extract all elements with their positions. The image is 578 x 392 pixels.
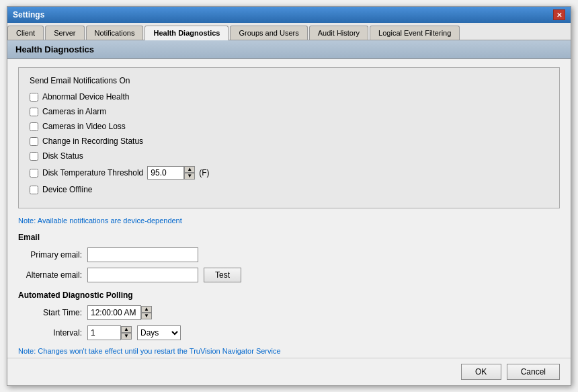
label-abnormal: Abnormal Device Health: [42, 92, 129, 102]
interval-up-btn[interactable]: ▲: [121, 326, 132, 333]
email-section: Email Primary email: Alternate email: Te…: [18, 233, 560, 282]
title-bar-controls: ✕: [553, 9, 565, 20]
label-disk-status: Disk Status: [42, 151, 83, 161]
tab-client[interactable]: Client: [7, 26, 44, 40]
tab-server[interactable]: Server: [45, 26, 84, 40]
polling-label: Automated Diagnostic Polling: [18, 290, 560, 300]
threshold-down-btn[interactable]: ▼: [184, 173, 195, 180]
checkbox-row-cameras-video: Cameras in Video Loss: [30, 122, 548, 131]
primary-email-row: Primary email:: [18, 247, 560, 262]
checkbox-abnormal[interactable]: [30, 93, 38, 102]
checkbox-row-change-recording: Change in Recording Status: [30, 136, 548, 146]
threshold-up-btn[interactable]: ▲: [184, 166, 195, 173]
checkbox-row-disk-temp: Disk Temperature Threshold ▲ ▼ (F): [30, 166, 548, 180]
tab-notifications[interactable]: Notifications: [86, 26, 144, 40]
checkbox-row-device-offline: Device Offline: [30, 185, 548, 194]
tab-logical-event-filtering[interactable]: Logical Event Filtering: [370, 26, 460, 40]
start-time-row: Start Time: ▲ ▼: [18, 305, 560, 320]
checkbox-cameras-alarm[interactable]: [30, 108, 38, 116]
settings-window: Settings ✕ Client Server Notifications H…: [7, 6, 571, 386]
label-device-offline: Device Offline: [42, 185, 92, 194]
notifications-group-box: Send Email Notifications On Abnormal Dev…: [18, 67, 560, 208]
tab-groups-users[interactable]: Groups and Users: [230, 26, 307, 40]
interval-label: Interval:: [18, 328, 82, 338]
primary-email-input[interactable]: [87, 247, 198, 262]
threshold-spinner-btns: ▲ ▼: [184, 166, 195, 180]
email-section-label: Email: [18, 233, 560, 242]
ok-button[interactable]: OK: [461, 364, 501, 380]
content-area: Health Diagnostics Send Email Notificati…: [7, 40, 571, 385]
test-button[interactable]: Test: [204, 268, 241, 282]
interval-wrapper: ▲ ▼: [87, 325, 132, 340]
primary-email-label: Primary email:: [18, 250, 82, 260]
start-time-up-btn[interactable]: ▲: [141, 306, 152, 313]
window-title: Settings: [13, 10, 44, 19]
footer: OK Cancel: [7, 358, 571, 385]
tab-bar: Client Server Notifications Health Diagn…: [7, 23, 571, 40]
label-disk-temp: Disk Temperature Threshold: [42, 168, 143, 178]
alternate-email-input[interactable]: [87, 268, 198, 282]
tab-audit-history[interactable]: Audit History: [309, 26, 368, 40]
close-button[interactable]: ✕: [553, 9, 565, 20]
checkbox-row-cameras-alarm: Cameras in Alarm: [30, 107, 548, 116]
threshold-input[interactable]: [147, 166, 184, 180]
start-time-input[interactable]: [87, 305, 141, 320]
label-change-recording: Change in Recording Status: [42, 136, 143, 146]
interval-unit-select[interactable]: Days Hours Minutes: [137, 325, 181, 340]
checkbox-disk-temp[interactable]: [30, 169, 38, 178]
main-content: Send Email Notifications On Abnormal Dev…: [7, 59, 571, 344]
start-time-wrapper: ▲ ▼: [87, 305, 152, 320]
label-cameras-alarm: Cameras in Alarm: [42, 107, 106, 116]
bottom-note: Note: Changes won't take effect until yo…: [7, 344, 571, 358]
threshold-spinner-wrapper: ▲ ▼: [147, 166, 195, 180]
section-header: Health Diagnostics: [7, 40, 571, 59]
notifications-group-label: Send Email Notifications On: [30, 76, 548, 85]
note-text: Note: Available notifications are device…: [18, 217, 560, 225]
start-time-label: Start Time:: [18, 308, 82, 317]
interval-input[interactable]: [87, 325, 121, 340]
interval-down-btn[interactable]: ▼: [121, 333, 132, 340]
polling-section: Automated Diagnostic Polling Start Time:…: [18, 290, 560, 340]
checkbox-disk-status[interactable]: [30, 152, 38, 161]
tab-health-diagnostics[interactable]: Health Diagnostics: [144, 26, 229, 40]
start-time-spinner-btns: ▲ ▼: [141, 306, 152, 319]
checkbox-cameras-video[interactable]: [30, 122, 38, 131]
threshold-unit: (F): [199, 168, 209, 178]
start-time-down-btn[interactable]: ▼: [141, 313, 152, 319]
checkbox-device-offline[interactable]: [30, 186, 38, 194]
checkbox-change-recording[interactable]: [30, 137, 38, 146]
title-bar: Settings ✕: [7, 7, 571, 23]
checkbox-row-abnormal: Abnormal Device Health: [30, 92, 548, 102]
alternate-email-row: Alternate email: Test: [18, 268, 560, 282]
interval-spinner-btns: ▲ ▼: [121, 326, 132, 340]
checkbox-row-disk-status: Disk Status: [30, 151, 548, 161]
alternate-email-label: Alternate email:: [18, 270, 82, 280]
cancel-button[interactable]: Cancel: [507, 364, 560, 380]
interval-row: Interval: ▲ ▼ Days Hours Minutes: [18, 325, 560, 340]
label-cameras-video: Cameras in Video Loss: [42, 122, 126, 131]
